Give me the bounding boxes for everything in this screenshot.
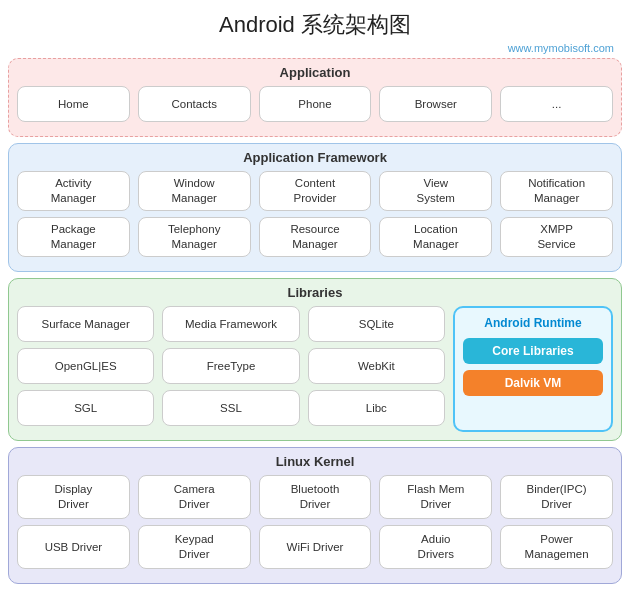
libs-row1: Surface Manager Media Framework SQLite <box>17 306 445 342</box>
lib-libc[interactable]: Libc <box>308 390 445 426</box>
kernel-flash-mem-driver[interactable]: Flash MemDriver <box>379 475 492 519</box>
fw-window-manager[interactable]: WindowManager <box>138 171 251 211</box>
runtime-dalvik-vm[interactable]: Dalvik VM <box>463 370 603 396</box>
framework-layer-title: Application Framework <box>17 150 613 165</box>
framework-row2: PackageManager TelephonyManager Resource… <box>17 217 613 257</box>
runtime-core-libraries[interactable]: Core Libraries <box>463 338 603 364</box>
application-layer: Application Home Contacts Phone Browser … <box>8 58 622 137</box>
app-buttons-row: Home Contacts Phone Browser ... <box>17 86 613 122</box>
fw-telephony-manager[interactable]: TelephonyManager <box>138 217 251 257</box>
fw-xmpp-service[interactable]: XMPPService <box>500 217 613 257</box>
fw-notification-manager[interactable]: NotificationManager <box>500 171 613 211</box>
kernel-row2: USB Driver KeypadDriver WiFi Driver Adui… <box>17 525 613 569</box>
app-btn-more[interactable]: ... <box>500 86 613 122</box>
app-btn-home[interactable]: Home <box>17 86 130 122</box>
libs-row3: SGL SSL Libc <box>17 390 445 426</box>
lib-opengl[interactable]: OpenGL|ES <box>17 348 154 384</box>
page-title: Android 系统架构图 <box>0 0 630 42</box>
watermark: www.mymobisoft.com <box>0 42 630 54</box>
fw-package-manager[interactable]: PackageManager <box>17 217 130 257</box>
lib-media-framework[interactable]: Media Framework <box>162 306 299 342</box>
android-runtime-box: Android Runtime Core Libraries Dalvik VM <box>453 306 613 432</box>
kernel-keypad-driver[interactable]: KeypadDriver <box>138 525 251 569</box>
kernel-camera-driver[interactable]: CameraDriver <box>138 475 251 519</box>
fw-content-provider[interactable]: ContentProvider <box>259 171 372 211</box>
kernel-row1: DisplayDriver CameraDriver BluetoothDriv… <box>17 475 613 519</box>
lib-sgl[interactable]: SGL <box>17 390 154 426</box>
app-btn-browser[interactable]: Browser <box>379 86 492 122</box>
lib-surface-manager[interactable]: Surface Manager <box>17 306 154 342</box>
kernel-layer-title: Linux Kernel <box>17 454 613 469</box>
fw-location-manager[interactable]: LocationManager <box>379 217 492 257</box>
lib-webkit[interactable]: WebKit <box>308 348 445 384</box>
fw-view-system[interactable]: ViewSystem <box>379 171 492 211</box>
framework-layer: Application Framework ActivityManager Wi… <box>8 143 622 272</box>
kernel-audio-drivers[interactable]: AduioDrivers <box>379 525 492 569</box>
libs-left: Surface Manager Media Framework SQLite O… <box>17 306 445 432</box>
app-btn-phone[interactable]: Phone <box>259 86 372 122</box>
application-layer-title: Application <box>17 65 613 80</box>
kernel-power-management[interactable]: PowerManagemen <box>500 525 613 569</box>
framework-row1: ActivityManager WindowManager ContentPro… <box>17 171 613 211</box>
libraries-layer-title: Libraries <box>17 285 613 300</box>
kernel-wifi-driver[interactable]: WiFi Driver <box>259 525 372 569</box>
kernel-binder-driver[interactable]: Binder(IPC)Driver <box>500 475 613 519</box>
libs-runtime-row: Surface Manager Media Framework SQLite O… <box>17 306 613 432</box>
lib-ssl[interactable]: SSL <box>162 390 299 426</box>
runtime-title: Android Runtime <box>463 316 603 330</box>
kernel-display-driver[interactable]: DisplayDriver <box>17 475 130 519</box>
lib-freetype[interactable]: FreeType <box>162 348 299 384</box>
kernel-layer: Linux Kernel DisplayDriver CameraDriver … <box>8 447 622 584</box>
fw-resource-manager[interactable]: ResourceManager <box>259 217 372 257</box>
lib-sqlite[interactable]: SQLite <box>308 306 445 342</box>
kernel-usb-driver[interactable]: USB Driver <box>17 525 130 569</box>
fw-activity-manager[interactable]: ActivityManager <box>17 171 130 211</box>
kernel-bluetooth-driver[interactable]: BluetoothDriver <box>259 475 372 519</box>
app-btn-contacts[interactable]: Contacts <box>138 86 251 122</box>
libraries-layer: Libraries Surface Manager Media Framewor… <box>8 278 622 441</box>
libs-row2: OpenGL|ES FreeType WebKit <box>17 348 445 384</box>
